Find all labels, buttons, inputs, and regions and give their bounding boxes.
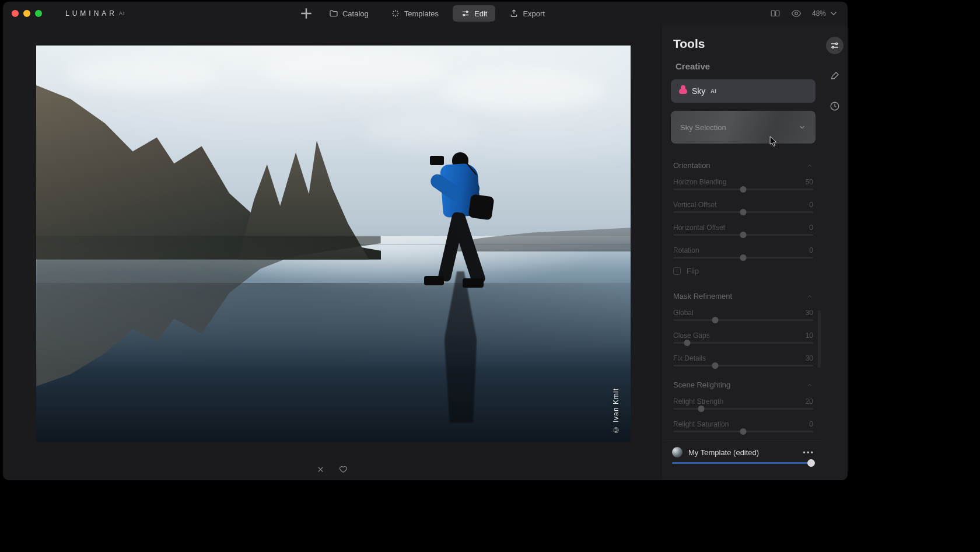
canvas-area: © Ivan Kmit [3, 25, 661, 480]
slider-value: 30 [806, 354, 813, 362]
tab-export[interactable]: Export [501, 5, 553, 22]
slider-track[interactable] [673, 365, 813, 366]
tools-panel: Tools Creative Sky AI Sky Selection Orie… [661, 25, 848, 480]
panel-title: Tools [664, 25, 822, 61]
canvas-bottom-actions [3, 458, 661, 480]
slider-track[interactable] [673, 408, 813, 410]
history-icon [830, 101, 840, 111]
mask-slider-1[interactable]: Close Gaps10 [671, 329, 816, 352]
mask-slider-2[interactable]: Fix Details30 [671, 352, 816, 375]
compare-icon[interactable] [770, 8, 780, 19]
sky-selection-dropdown[interactable]: Sky Selection [671, 111, 816, 144]
svg-point-0 [466, 11, 468, 13]
window-close-button[interactable] [12, 10, 19, 17]
zoom-dropdown[interactable]: 48% [812, 8, 839, 19]
title-bar: LUMINAR AI Catalog Templates Edit Export [3, 2, 848, 25]
relight-slider-1[interactable]: Relight Saturation0 [671, 418, 816, 441]
export-icon [509, 9, 519, 18]
app-window: LUMINAR AI Catalog Templates Edit Export [3, 2, 848, 480]
slider-knob[interactable] [712, 362, 719, 369]
slider-label: Relight Saturation [673, 420, 729, 428]
brush-icon [830, 71, 840, 81]
orientation-slider-1[interactable]: Vertical Offset0 [671, 198, 816, 221]
flip-checkbox[interactable] [673, 267, 681, 275]
window-controls [12, 10, 42, 17]
slider-knob[interactable] [740, 428, 747, 435]
slider-knob[interactable] [740, 232, 747, 238]
template-amount-slider[interactable] [672, 462, 814, 464]
tool-category: Creative [664, 61, 822, 79]
mask-slider-0[interactable]: Global30 [671, 306, 816, 329]
slider-label: Horizontal Offset [673, 223, 725, 232]
tab-label: Catalog [342, 9, 369, 18]
add-button[interactable] [298, 5, 315, 22]
slider-label: Horizon Blending [673, 178, 726, 186]
chevron-down-icon [828, 8, 839, 19]
slider-value: 50 [806, 178, 813, 186]
preview-icon[interactable] [791, 8, 802, 19]
tool-inner-panel: Sky Selection Orientation Horizon Blendi… [671, 111, 816, 441]
slider-value: 20 [806, 397, 813, 406]
orientation-slider-2[interactable]: Horizontal Offset0 [671, 221, 816, 244]
rail-brush-button[interactable] [826, 67, 844, 85]
slider-label: Rotation [673, 246, 699, 254]
section-orientation-head[interactable]: Orientation [671, 155, 816, 176]
mouse-cursor [769, 136, 778, 148]
chevron-up-icon [806, 382, 813, 389]
image-canvas[interactable]: © Ivan Kmit [36, 46, 631, 442]
slider-knob[interactable] [740, 186, 747, 193]
tab-label: Export [523, 9, 545, 18]
tab-catalog[interactable]: Catalog [321, 5, 377, 22]
slider-track[interactable] [673, 211, 813, 213]
slider-label: Relight Strength [673, 397, 723, 406]
slider-track[interactable] [673, 319, 813, 321]
orientation-slider-3[interactable]: Rotation0 [671, 244, 816, 267]
slider-knob[interactable] [807, 459, 815, 467]
section-mask-head[interactable]: Mask Refinement [671, 286, 816, 306]
slider-value: 30 [806, 309, 813, 317]
slider-value: 0 [809, 420, 813, 428]
slider-value: 0 [809, 246, 813, 254]
slider-track[interactable] [673, 342, 813, 344]
orientation-slider-0[interactable]: Horizon Blending50 [671, 176, 816, 198]
slider-track[interactable] [673, 188, 813, 190]
window-minimize-button[interactable] [23, 10, 30, 17]
template-menu-button[interactable]: ••• [803, 448, 814, 457]
slider-knob[interactable] [740, 254, 747, 261]
slider-label: Close Gaps [673, 331, 710, 340]
section-title: Scene Relighting [673, 380, 730, 389]
tab-edit[interactable]: Edit [453, 5, 495, 22]
slider-knob[interactable] [698, 406, 705, 412]
main-area: © Ivan Kmit Tools [3, 25, 848, 480]
tool-badge: AI [710, 88, 716, 94]
folder-icon [329, 9, 338, 18]
sky-selection-label: Sky Selection [680, 123, 726, 132]
flip-checkbox-row[interactable]: Flip [671, 267, 816, 286]
slider-knob[interactable] [684, 340, 691, 346]
relight-slider-0[interactable]: Relight Strength20 [671, 395, 816, 418]
app-name: LUMINAR [65, 9, 117, 18]
template-thumb [672, 447, 682, 457]
panel-scrollbar[interactable] [818, 310, 821, 368]
app-name-suffix: AI [119, 11, 125, 16]
section-relight-head[interactable]: Scene Relighting [671, 375, 816, 395]
tab-templates[interactable]: Templates [383, 5, 447, 22]
tab-label: Templates [404, 9, 439, 18]
favorite-icon[interactable] [339, 465, 348, 474]
rail-edit-button[interactable] [826, 37, 844, 54]
svg-point-1 [463, 14, 465, 16]
svg-point-6 [832, 47, 834, 48]
slider-track[interactable] [673, 257, 813, 258]
slider-track[interactable] [673, 234, 813, 236]
slider-value: 0 [809, 201, 813, 209]
flip-label: Flip [687, 267, 699, 275]
template-name: My Template (edited) [688, 448, 759, 457]
slider-knob[interactable] [712, 317, 719, 323]
window-zoom-button[interactable] [35, 10, 42, 17]
chevron-down-icon [798, 123, 806, 131]
slider-track[interactable] [673, 431, 813, 432]
rail-history-button[interactable] [826, 97, 844, 115]
tool-sky-chip[interactable]: Sky AI [671, 79, 816, 103]
slider-knob[interactable] [740, 209, 747, 215]
reject-icon[interactable] [316, 465, 325, 474]
